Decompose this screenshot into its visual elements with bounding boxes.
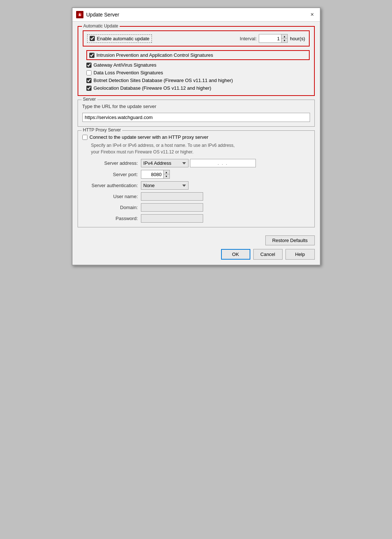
port-spinner-buttons: ▲ ▼: [163, 170, 169, 178]
server-auth-select[interactable]: None Basic NTLM: [141, 181, 188, 190]
geo-signatures-checkbox[interactable]: [86, 86, 92, 91]
domain-row: Domain:: [86, 203, 310, 212]
ip-address-input[interactable]: [190, 159, 256, 167]
bottom-bar: Restore Defaults OK Cancel Help: [72, 233, 320, 265]
server-description: Type the URL for the update server: [82, 104, 310, 109]
auto-update-top-row: Enable automatic update Interval: 1 ▲ ▼ …: [83, 30, 310, 47]
proxy-desc-line2: your Firebox must run Fireware OS v11.12…: [91, 149, 194, 155]
enable-auto-update-label[interactable]: Enable automatic update: [87, 34, 152, 43]
restore-defaults-button[interactable]: Restore Defaults: [265, 235, 315, 245]
app-icon: [76, 11, 83, 18]
server-port-row: Server port: 8080 ▲ ▼: [86, 170, 310, 179]
connect-proxy-label[interactable]: Connect to the update server with an HTT…: [90, 134, 209, 140]
interval-input[interactable]: 1: [259, 35, 281, 42]
proxy-desc-line1: Specify an IPv4 or IPv6 address, or a ho…: [91, 143, 235, 148]
proxy-fields: Server address: IPv4 Address IPv6 Addres…: [86, 159, 310, 223]
server-port-label: Server port:: [86, 172, 141, 177]
password-input[interactable]: [141, 214, 203, 223]
http-proxy-group: HTTP Proxy Server Connect to the update …: [78, 130, 315, 227]
domain-input[interactable]: [141, 203, 203, 212]
dlp-signatures-item: Data Loss Prevention Signatures: [86, 70, 310, 75]
geo-signatures-item: Geolocation Database (Fireware OS v11.12…: [86, 85, 310, 91]
av-signatures-label[interactable]: Gateway AntiVirus Signatures: [94, 62, 157, 68]
proxy-description: Specify an IPv4 or IPv6 address, or a ho…: [91, 142, 310, 155]
ips-signatures-item: Intrusion Prevention and Application Con…: [86, 50, 310, 60]
update-server-dialog: Update Server × Automatic Update Enable …: [72, 7, 321, 265]
ok-button[interactable]: OK: [221, 249, 250, 260]
cancel-button[interactable]: Cancel: [253, 249, 283, 260]
dlp-signatures-label[interactable]: Data Loss Prevention Signatures: [94, 70, 163, 75]
interval-spinner-buttons: ▲ ▼: [281, 34, 287, 42]
server-url-input[interactable]: https://services.watchguard.com: [82, 113, 310, 122]
port-spinner: 8080 ▲ ▼: [141, 170, 170, 179]
port-down-button[interactable]: ▼: [164, 174, 169, 178]
connect-proxy-item: Connect to the update server with an HTT…: [82, 134, 310, 140]
server-group-label: Server: [82, 97, 97, 102]
password-label: Password:: [86, 216, 141, 221]
port-up-button[interactable]: ▲: [164, 170, 169, 174]
interval-up-button[interactable]: ▲: [281, 34, 287, 38]
username-row: User name:: [86, 192, 310, 201]
title-bar: Update Server ×: [72, 8, 320, 22]
ips-signatures-checkbox[interactable]: [89, 53, 94, 58]
server-auth-row: Server authentication: None Basic NTLM: [86, 181, 310, 190]
help-button[interactable]: Help: [285, 249, 315, 260]
restore-row: Restore Defaults: [78, 235, 315, 245]
interval-row: Interval: 1 ▲ ▼ hour(s): [240, 34, 305, 43]
use-proxy-checkbox[interactable]: [82, 135, 87, 140]
enable-auto-update-text: Enable automatic update: [97, 36, 150, 41]
username-input[interactable]: [141, 192, 203, 201]
dialog-title: Update Server: [86, 12, 119, 18]
automatic-update-group: Automatic Update Enable automatic update…: [78, 26, 315, 96]
interval-spinner: 1 ▲ ▼: [259, 34, 288, 43]
av-signatures-checkbox[interactable]: [86, 63, 92, 68]
geo-signatures-label[interactable]: Geolocation Database (Fireware OS v11.12…: [94, 85, 212, 91]
server-port-controls: 8080 ▲ ▼: [141, 170, 170, 179]
ips-signatures-label[interactable]: Intrusion Prevention and Application Con…: [97, 52, 213, 58]
server-auth-label: Server authentication:: [86, 183, 141, 188]
domain-label: Domain:: [86, 205, 141, 210]
action-row: OK Cancel Help: [78, 249, 315, 260]
dialog-body: Automatic Update Enable automatic update…: [72, 22, 320, 233]
av-signatures-item: Gateway AntiVirus Signatures: [86, 62, 310, 68]
botnet-signatures-label[interactable]: Botnet Detection Sites Database (Firewar…: [94, 78, 233, 83]
username-label: User name:: [86, 194, 141, 199]
automatic-update-group-label: Automatic Update: [82, 23, 120, 29]
password-row: Password:: [86, 214, 310, 223]
server-address-label: Server address:: [86, 160, 141, 166]
interval-down-button[interactable]: ▼: [281, 38, 287, 42]
title-bar-left: Update Server: [76, 11, 119, 18]
server-group: Server Type the URL for the update serve…: [78, 100, 315, 127]
server-address-row: Server address: IPv4 Address IPv6 Addres…: [86, 159, 310, 167]
botnet-signatures-item: Botnet Detection Sites Database (Firewar…: [86, 78, 310, 83]
interval-label: Interval:: [240, 36, 257, 41]
dlp-signatures-checkbox[interactable]: [86, 70, 92, 75]
interval-unit: hour(s): [290, 36, 305, 41]
close-button[interactable]: ×: [308, 11, 316, 18]
server-address-type-select[interactable]: IPv4 Address IPv6 Address Host Name: [141, 159, 188, 167]
server-address-controls: IPv4 Address IPv6 Address Host Name: [141, 159, 256, 167]
signature-list: Intrusion Prevention and Application Con…: [83, 50, 310, 91]
http-proxy-group-label: HTTP Proxy Server: [82, 127, 123, 133]
enable-auto-update-checkbox[interactable]: [90, 36, 95, 41]
botnet-signatures-checkbox[interactable]: [86, 78, 92, 83]
port-input[interactable]: 8080: [141, 171, 163, 178]
